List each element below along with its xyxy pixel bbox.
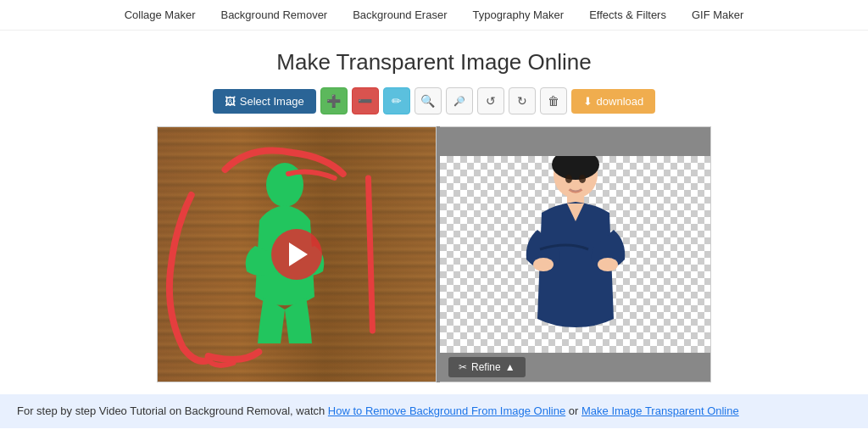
nav-collage-maker[interactable]: Collage Maker <box>125 8 196 21</box>
download-icon: ⬇ <box>583 95 593 108</box>
image-icon: 🖼 <box>225 95 236 108</box>
source-image[interactable] <box>158 127 436 382</box>
svg-point-6 <box>565 175 572 183</box>
nav-typography-maker[interactable]: Typography Maker <box>472 8 564 21</box>
play-button[interactable] <box>271 229 322 280</box>
trash-icon: 🗑 <box>548 94 559 108</box>
nav-background-eraser[interactable]: Background Eraser <box>353 8 447 21</box>
bottom-grey-bar: ✂ Refine ▲ <box>440 353 710 382</box>
select-image-label: Select Image <box>240 95 304 108</box>
play-triangle-icon <box>289 243 308 266</box>
editor-area: ✂ Refine ▲ <box>0 126 868 382</box>
info-link-1[interactable]: How to Remove Background From Image Onli… <box>328 404 565 417</box>
crop-icon: ✂ <box>459 361 467 373</box>
result-person <box>508 156 643 353</box>
svg-point-5 <box>598 258 618 271</box>
page-title: Make Transparent Image Online <box>0 49 868 75</box>
download-label: download <box>597 95 644 108</box>
navigation: Collage Maker Background Remover Backgro… <box>0 0 868 31</box>
nav-background-remover[interactable]: Background Remover <box>220 8 327 21</box>
redo-button[interactable]: ↻ <box>509 87 536 114</box>
redo-icon: ↻ <box>517 94 527 108</box>
nav-effects-filters[interactable]: Effects & Filters <box>589 8 666 21</box>
plus-circle-icon: ➕ <box>326 94 341 108</box>
brush-green-button[interactable]: ➕ <box>320 87 348 114</box>
select-image-button[interactable]: 🖼 Select Image <box>213 89 316 114</box>
chevron-down-icon: ▲ <box>505 361 515 373</box>
info-link-2[interactable]: Make Image Transparent Online <box>581 404 739 417</box>
svg-point-7 <box>579 175 586 183</box>
top-grey-bar <box>440 127 710 156</box>
result-image-area <box>440 156 710 353</box>
minus-circle-icon: ➖ <box>358 94 372 108</box>
refine-button[interactable]: ✂ Refine ▲ <box>448 357 526 377</box>
zoom-in-button[interactable]: 🔍 <box>415 87 442 114</box>
refine-label: Refine <box>471 361 501 373</box>
left-panel <box>157 126 437 382</box>
brush-blue-button[interactable]: ✏ <box>383 87 410 114</box>
brush-red-button[interactable]: ➖ <box>352 87 379 114</box>
toolbar: 🖼 Select Image ➕ ➖ ✏ 🔍 🔎 ↺ ↻ 🗑 ⬇ downloa… <box>0 87 868 114</box>
nav-gif-maker[interactable]: GIF Maker <box>692 8 743 21</box>
undo-icon: ↺ <box>486 94 496 108</box>
info-or: or <box>565 404 581 417</box>
info-bar: For step by step Video Tutorial on Backg… <box>0 394 868 428</box>
download-button[interactable]: ⬇ download <box>571 89 656 114</box>
undo-button[interactable]: ↺ <box>477 87 504 114</box>
zoom-out-button[interactable]: 🔎 <box>446 87 473 114</box>
brush-icon: ✏ <box>392 94 402 108</box>
right-panel: ✂ Refine ▲ <box>440 126 711 382</box>
svg-point-4 <box>533 258 554 271</box>
info-text: For step by step Video Tutorial on Backg… <box>17 404 328 417</box>
zoom-out-icon: 🔎 <box>453 96 465 107</box>
zoom-in-icon: 🔍 <box>420 94 435 108</box>
delete-button[interactable]: 🗑 <box>540 87 567 114</box>
